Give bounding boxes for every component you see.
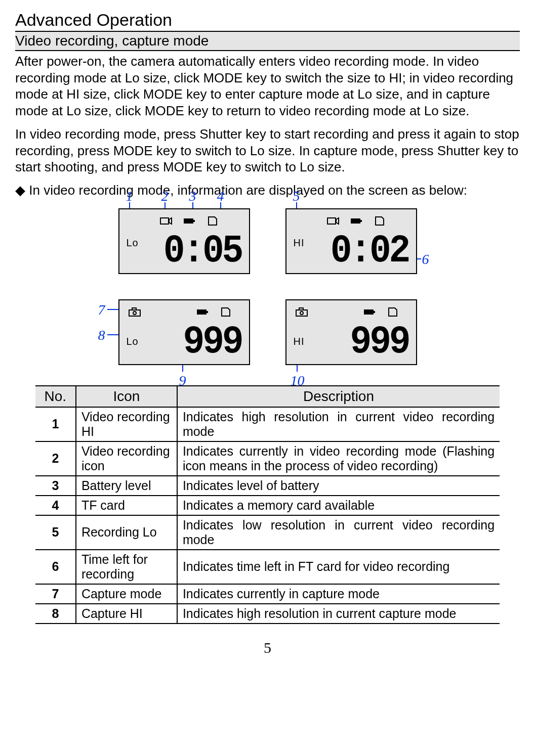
sd-card-icon: [374, 213, 386, 229]
svg-rect-3: [193, 220, 195, 222]
cell-icon: Recording Lo: [76, 515, 177, 550]
cell-icon: Time left for recording: [76, 550, 177, 584]
diagram-row-video: 1 2 3 4 5 6: [118, 208, 417, 274]
callout-6: 6: [422, 251, 429, 268]
callout-9-label: 9: [179, 373, 186, 388]
callout-3: 3: [189, 188, 196, 204]
cell-no: 5: [35, 515, 76, 550]
section-header: Video recording, capture mode: [15, 32, 520, 51]
callout-1: 1: [126, 188, 133, 204]
page-title: Advanced Operation: [15, 10, 520, 32]
callout-2: 2: [161, 188, 169, 204]
diagram-row-capture: 7 8 9 10: [118, 299, 417, 365]
callout-10-label: 10: [291, 373, 305, 388]
svg-rect-9: [132, 308, 136, 310]
svg-point-10: [133, 312, 136, 315]
time-digits: 0:02: [331, 228, 409, 273]
table-row: 2 Video recording icon Indicates current…: [35, 441, 500, 476]
cell-no: 3: [35, 476, 76, 496]
cell-desc: Indicates currently in video recording m…: [177, 441, 500, 476]
col-no: No.: [35, 386, 76, 407]
cell-desc: Indicates a memory card available: [177, 496, 500, 515]
table-row: 7 Capture mode Indicates currently in ca…: [35, 584, 500, 604]
battery-icon: [183, 213, 195, 229]
camera-icon: [296, 304, 308, 320]
video-recording-icon: [327, 213, 339, 229]
col-desc: Description: [177, 386, 500, 407]
video-recording-icon: [160, 213, 172, 229]
cell-no: 1: [35, 407, 76, 441]
callout-10: 10: [291, 373, 305, 389]
table-row: 6 Time left for recording Indicates time…: [35, 550, 500, 584]
table-row: 1 Video recording HI Indicates high reso…: [35, 407, 500, 441]
svg-rect-11: [197, 309, 207, 315]
svg-rect-2: [184, 218, 193, 224]
sd-card-icon: [207, 213, 219, 229]
callout-5-label: 5: [293, 188, 300, 204]
cell-desc: Indicates low resolution in current vide…: [177, 515, 500, 550]
cell-desc: Indicates level of battery: [177, 476, 500, 496]
cell-desc: Indicates currently in capture mode: [177, 584, 500, 604]
svg-rect-14: [299, 308, 303, 310]
cell-icon: Capture HI: [76, 604, 177, 624]
callout-8: 8: [98, 327, 105, 343]
battery-icon: [363, 304, 376, 320]
lcd-video-hi: HI 0:02: [285, 208, 417, 274]
battery-icon: [350, 213, 362, 229]
svg-rect-6: [351, 218, 360, 224]
lcd-capture-lo: Lo 999: [118, 299, 250, 365]
battery-icon: [196, 304, 209, 320]
paragraph-1: After power-on, the camera automatically…: [15, 53, 520, 119]
cell-icon: Battery level: [76, 476, 177, 496]
camera-icon: [129, 304, 141, 320]
size-label-hi: HI: [294, 336, 305, 347]
callout-8-label: 8: [98, 327, 105, 343]
svg-rect-16: [364, 309, 374, 315]
size-label-lo: Lo: [127, 237, 139, 249]
cell-icon: Video recording icon: [76, 441, 177, 476]
svg-marker-5: [336, 218, 339, 224]
cell-desc: Indicates high resolution in current vid…: [177, 407, 500, 441]
callout-6-label: 6: [422, 251, 429, 267]
cell-icon: Capture mode: [76, 584, 177, 604]
svg-rect-7: [360, 220, 362, 222]
svg-marker-1: [169, 218, 172, 224]
time-digits: 0:05: [163, 228, 242, 273]
svg-rect-17: [374, 311, 375, 313]
callout-3-label: 3: [189, 188, 196, 204]
lcd-capture-hi: HI 999: [285, 299, 417, 365]
callout-2-label: 2: [161, 188, 169, 204]
svg-rect-8: [129, 310, 140, 316]
svg-rect-13: [296, 310, 307, 316]
svg-rect-4: [327, 218, 336, 224]
callout-7-label: 7: [98, 302, 105, 318]
page-number: 5: [15, 639, 520, 656]
table-row: 5 Recording Lo Indicates low resolution …: [35, 515, 500, 550]
svg-rect-0: [160, 218, 169, 224]
lcd-diagrams: 1 2 3 4 5 6: [15, 208, 520, 365]
callout-4: 4: [217, 188, 224, 204]
count-digits: 999: [183, 319, 242, 364]
callout-9: 9: [179, 373, 186, 389]
table-header-row: No. Icon Description: [35, 386, 500, 407]
legend-table: No. Icon Description 1 Video recording H…: [35, 385, 500, 624]
paragraph-2: In video recording mode, press Shutter k…: [15, 126, 520, 175]
table-row: 8 Capture HI Indicates high resolution i…: [35, 604, 500, 624]
count-digits: 999: [350, 319, 409, 364]
size-label-hi: HI: [294, 237, 305, 249]
table-row: 4 TF card Indicates a memory card availa…: [35, 496, 500, 515]
cell-desc: Indicates time left in FT card for video…: [177, 550, 500, 584]
cell-no: 4: [35, 496, 76, 515]
svg-rect-12: [207, 311, 208, 313]
lcd-video-lo: Lo 0:05: [118, 208, 250, 274]
cell-desc: Indicates high resolution in current cap…: [177, 604, 500, 624]
svg-point-15: [300, 312, 303, 315]
col-icon: Icon: [76, 386, 177, 407]
size-label-lo: Lo: [127, 336, 139, 347]
callout-5: 5: [293, 188, 300, 204]
cell-no: 7: [35, 584, 76, 604]
callout-4-label: 4: [217, 188, 224, 204]
table-row: 3 Battery level Indicates level of batte…: [35, 476, 500, 496]
callout-1-label: 1: [126, 188, 133, 204]
cell-no: 6: [35, 550, 76, 584]
